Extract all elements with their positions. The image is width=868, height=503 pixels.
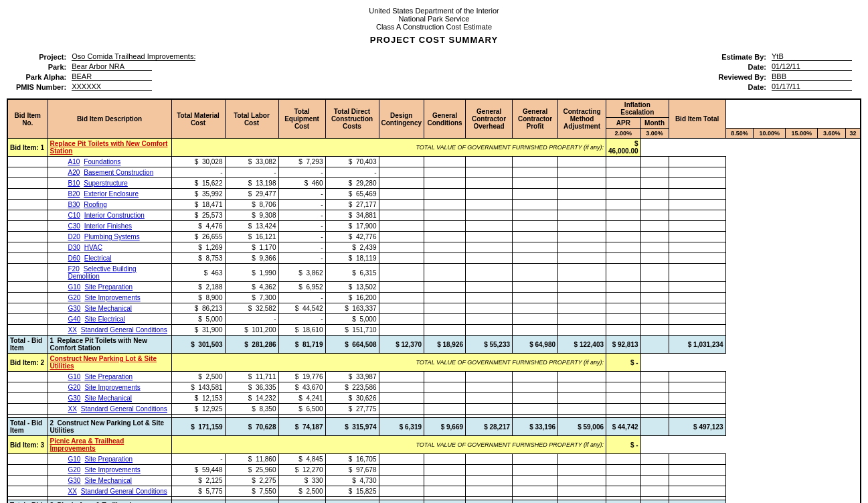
col-total-direct: Total Direct Construction Costs (325, 99, 379, 139)
table-row: D30HVAC$ 1,269$ 1,170-$ 2,439 (7, 242, 861, 253)
table-row: B30Roofing$ 18,471$ 8,706-$ 27,177 (7, 200, 861, 210)
project-info: Project: Oso Comida Trailhead Improvemen… (7, 52, 861, 92)
table-row: G10Site Preparation$ 2,500$ 11,711$ 19,7… (7, 372, 861, 382)
page-header: United States Department of the Interior… (7, 7, 861, 45)
alpha-value: BEAR (72, 72, 152, 81)
table-row: C10Interior Construction$ 25,573$ 9,308-… (7, 210, 861, 221)
pct-apr: 3.60% (818, 129, 846, 139)
table-row: G20Site Improvements$ 8,900$ 7,300-$ 16,… (7, 293, 861, 303)
estimate-label: Estimate By: (715, 52, 769, 62)
table-row: F20Selective Building Demolition$ 463$ 1… (7, 264, 861, 282)
col-month: Month (640, 118, 669, 129)
pct-gc-prof: 10.00% (754, 129, 786, 139)
date1-value: 01/12/11 (772, 62, 852, 71)
table-row: G40Site Electrical$ 5,000--$ 5,000 (7, 314, 861, 325)
col-total-mat: Total Material Cost (171, 99, 225, 139)
pct-contract: 15.00% (786, 129, 818, 139)
table-row: G10Site Preparation-$ 11,860$ 4,845$ 16,… (7, 454, 861, 465)
date2-label: Date: (715, 82, 769, 92)
date2-value: 01/17/11 (772, 82, 852, 91)
total-row-1: Total - Bid Item1 Replace Pit Toilets wi… (7, 336, 861, 354)
table-row: XXStandard General Conditions$ 12,925$ 8… (7, 404, 861, 415)
table-row: A10Foundations$ 30,028$ 33,082$ 7,293$ 7… (7, 157, 861, 167)
col-gc-prof: General Contractor Profit (513, 99, 558, 139)
project-info-right: Estimate By: YtB Date: 01/12/11 Reviewed… (715, 52, 855, 92)
table-row: G20Site Improvements$ 59,448$ 25,960$ 12… (7, 465, 861, 476)
col-bid-desc: Bid Item Description (48, 99, 171, 139)
project-info-left: Project: Oso Comida Trailhead Improvemen… (13, 52, 198, 92)
project-value: Oso Comida Trailhead Improvements: (72, 52, 195, 61)
total-row-3: Total - Bid Item3 Picnic Area & Trailhea… (7, 500, 861, 504)
month-val: 32 (846, 129, 861, 139)
col-bid-total: Bid Item Total (669, 99, 725, 139)
col-gen-cond: General Conditions (424, 99, 466, 139)
pmis-label: PMIS Number: (13, 82, 69, 92)
table-row: A20Basement Construction---- (7, 167, 861, 178)
col-inflation: Inflation Escalation (606, 99, 669, 118)
col-apr: APR (606, 118, 641, 129)
reviewed-label: Reviewed By: (715, 72, 769, 82)
pmis-value: XXXXXX (72, 82, 152, 91)
project-label: Project: (13, 52, 69, 62)
header-line1: United States Department of the Interior (7, 7, 861, 15)
col-total-eq: Total Equipment Cost (278, 99, 325, 139)
date1-label: Date: (715, 62, 769, 72)
estimate-value: YtB (772, 52, 852, 61)
table-row: G30Site Mechanical$ 86,213$ 32,582$ 44,5… (7, 303, 861, 314)
table-row: G30Site Mechanical$ 2,125$ 2,275$ 330$ 4… (7, 476, 861, 486)
table-row: C30Interior Finishes$ 4,476$ 13,424-$ 17… (7, 221, 861, 232)
pct-gc-oh: 8.50% (725, 129, 754, 139)
header-line2: National Park Service (7, 15, 861, 23)
reviewed-value: BBB (772, 72, 852, 81)
alpha-label: Park Alpha: (13, 72, 69, 82)
table-row: D20Plumbing Systems$ 26,655$ 16,121-$ 42… (7, 232, 861, 242)
bid-item-header-3: Bid Item: 3Picnic Area & Trailhead Impro… (7, 436, 861, 454)
col-gc-oh: General Contractor Overhead (466, 99, 513, 139)
table-row: B10Superstructure$ 15,622$ 13,198$ 460$ … (7, 178, 861, 189)
total-row-2: Total - Bid Item2 Construct New Parking … (7, 418, 861, 436)
table-row: G30Site Mechanical$ 12,153$ 14,232$ 4,24… (7, 393, 861, 404)
table-row: G20Site Improvements$ 143,581$ 36,335$ 4… (7, 382, 861, 393)
park-value: Bear Arbor NRA (72, 62, 152, 71)
col-contract: Contracting Method Adjustment (558, 99, 606, 139)
table-row: XXStandard General Conditions$ 31,900$ 1… (7, 325, 861, 336)
cost-summary-table: Bid Item No. Bid Item Description Total … (7, 98, 861, 503)
pct-gen-cond: 3.00% (640, 129, 669, 139)
col-total-lab: Total Labor Cost (225, 99, 278, 139)
pct-design: 2.00% (606, 129, 641, 139)
header-line3: Class A Construction Cost Estimate (7, 23, 861, 31)
park-label: Park: (13, 62, 69, 72)
col-bid-no: Bid Item No. (7, 99, 48, 139)
col-design: Design Contingency (379, 99, 424, 139)
bid-item-header-1: Bid Item: 1Replace Pit Toilets with New … (7, 139, 861, 157)
bid-item-header-2: Bid Item: 2Construct New Parking Lot & S… (7, 354, 861, 372)
table-row: B20Exterior Enclosure$ 35,992$ 29,477-$ … (7, 189, 861, 200)
table-row: XXStandard General Conditions$ 5,775$ 7,… (7, 486, 861, 497)
table-row: D60Electrical$ 8,753$ 9,366-$ 18,119 (7, 253, 861, 264)
table-row: G10Site Preparation$ 2,188$ 4,362$ 6,952… (7, 282, 861, 293)
page-title: PROJECT COST SUMMARY (7, 35, 861, 45)
